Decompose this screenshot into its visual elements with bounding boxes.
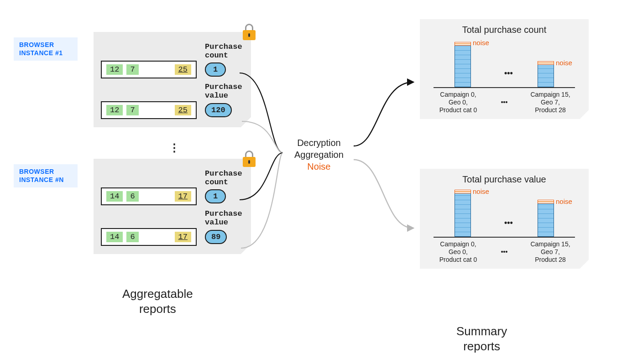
chart-bar (455, 193, 471, 237)
purchase-count-label: Purchase count (205, 43, 244, 60)
axis-label: Campaign 15, Geo 7, Product 28 (523, 240, 578, 263)
noise-label: noise (473, 39, 489, 47)
key-chip: 14 (106, 191, 123, 202)
axis-labels: Campaign 0, Geo 0, Product cat 0 ••• Cam… (431, 91, 578, 114)
key-chip: 17 (175, 232, 191, 242)
key-chip: 25 (175, 105, 191, 115)
chart-ellipsis: ••• (504, 218, 513, 228)
aggregatable-reports-caption: Aggregatable reports (122, 286, 193, 316)
process-labels: Decryption Aggregation Noise (294, 137, 344, 172)
report-row: 12 7 25 1 (101, 61, 244, 78)
report-row: 14 6 17 89 (101, 228, 244, 246)
process-noise: Noise (294, 161, 344, 172)
count-value-pill: 1 (205, 62, 226, 77)
count-value-pill: 1 (205, 189, 226, 203)
chart-bar (455, 45, 471, 87)
purchase-value-label: Purchase value (205, 83, 244, 100)
key-chip: 17 (175, 191, 191, 202)
key-box: 12 7 25 (101, 101, 197, 119)
summary-report-count: Total purchase count noise ••• noise Cam… (420, 19, 589, 119)
key-chip: 7 (126, 64, 138, 75)
lock-icon (243, 151, 256, 167)
summary-reports-caption: Summary reports (456, 324, 507, 354)
noise-label: noise (556, 59, 572, 67)
process-decryption: Decryption (294, 137, 344, 149)
key-chip: 12 (106, 64, 123, 75)
purchase-value-label: Purchase value (205, 210, 244, 227)
key-chip: 7 (126, 105, 138, 115)
axis-label: Campaign 0, Geo 0, Product cat 0 (431, 240, 486, 263)
summary-title: Total purchase count (431, 25, 578, 35)
axis-ellipsis: ••• (497, 99, 511, 106)
chart-bar (538, 64, 554, 87)
key-box: 12 7 25 (101, 61, 197, 78)
vertical-ellipsis: ⋮ (169, 141, 181, 154)
report-row: 14 6 17 1 (101, 187, 244, 205)
key-chip: 12 (106, 105, 123, 115)
process-aggregation: Aggregation (294, 149, 344, 161)
noise-label: noise (556, 198, 572, 205)
key-chip: 25 (175, 64, 191, 75)
lock-icon (243, 24, 256, 40)
key-chip: 6 (126, 191, 138, 202)
noise-label: noise (473, 187, 489, 195)
summary-chart: noise ••• noise (434, 188, 575, 238)
aggregatable-report-n: Purchase count 14 6 17 1 Purchase value … (94, 159, 251, 254)
browser-instance-1-label: BROWSER INSTANCE #1 (14, 37, 78, 61)
axis-labels: Campaign 0, Geo 0, Product cat 0 ••• Cam… (431, 240, 578, 263)
summary-report-value: Total purchase value noise ••• noise Cam… (420, 169, 589, 269)
axis-label: Campaign 15, Geo 7, Product 28 (523, 91, 578, 114)
chart-ellipsis: ••• (504, 68, 513, 78)
report-row: 12 7 25 120 (101, 101, 244, 119)
chart-bar (538, 203, 554, 237)
value-value-pill: 120 (205, 103, 232, 117)
summary-chart: noise ••• noise (434, 39, 575, 88)
key-chip: 14 (106, 232, 123, 242)
aggregatable-report-1: Purchase count 12 7 25 1 Purchase value … (94, 32, 251, 127)
value-value-pill: 89 (205, 230, 227, 244)
axis-ellipsis: ••• (497, 248, 511, 256)
axis-label: Campaign 0, Geo 0, Product cat 0 (431, 91, 486, 114)
key-box: 14 6 17 (101, 228, 197, 246)
key-chip: 6 (126, 232, 138, 242)
key-box: 14 6 17 (101, 187, 197, 205)
purchase-count-label: Purchase count (205, 170, 244, 187)
browser-instance-n-label: BROWSER INSTANCE #N (14, 164, 78, 187)
summary-title: Total purchase value (431, 174, 578, 185)
